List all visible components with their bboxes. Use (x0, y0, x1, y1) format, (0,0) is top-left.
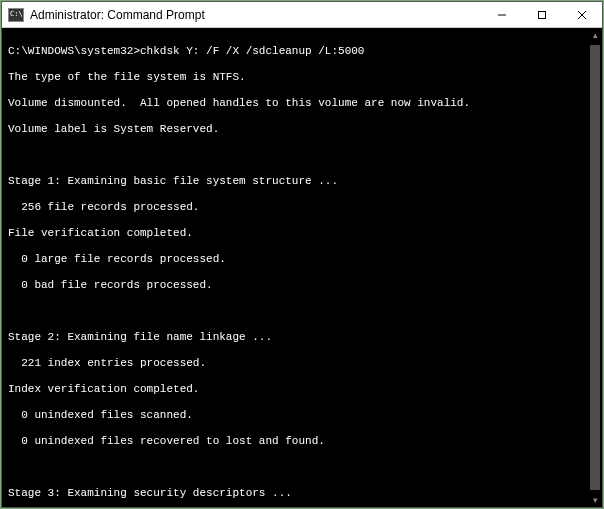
close-icon (577, 10, 587, 20)
output-line: 221 index entries processed. (8, 357, 582, 370)
output-line: File verification completed. (8, 227, 582, 240)
vertical-scrollbar[interactable]: ▴ ▾ (588, 28, 602, 507)
blank-line (8, 305, 582, 318)
output-line: 256 file records processed. (8, 201, 582, 214)
scrollbar-track[interactable] (588, 42, 602, 493)
output-line: 0 bad file records processed. (8, 279, 582, 292)
chevron-up-icon: ▴ (593, 30, 598, 40)
minimize-button[interactable] (482, 2, 522, 28)
maximize-button[interactable] (522, 2, 562, 28)
close-button[interactable] (562, 2, 602, 28)
cmd-icon (8, 8, 24, 22)
output-line: C:\WINDOWS\system32>chkdsk Y: /F /X /sdc… (8, 45, 582, 58)
output-line: Stage 1: Examining basic file system str… (8, 175, 582, 188)
output-line: Stage 3: Examining security descriptors … (8, 487, 582, 500)
blank-line (8, 149, 582, 162)
output-line: The type of the file system is NTFS. (8, 71, 582, 84)
scrollbar-thumb[interactable] (590, 45, 600, 490)
scroll-up-button[interactable]: ▴ (588, 28, 602, 42)
scroll-down-button[interactable]: ▾ (588, 493, 602, 507)
blank-line (8, 461, 582, 474)
output-line: 0 unindexed files recovered to lost and … (8, 435, 582, 448)
chevron-down-icon: ▾ (593, 495, 598, 505)
command-prompt-window: Administrator: Command Prompt C:\WINDOWS… (1, 1, 603, 508)
svg-rect-1 (539, 11, 546, 18)
console-area: C:\WINDOWS\system32>chkdsk Y: /F /X /sdc… (2, 28, 602, 507)
maximize-icon (537, 10, 547, 20)
titlebar[interactable]: Administrator: Command Prompt (2, 2, 602, 28)
output-line: Stage 2: Examining file name linkage ... (8, 331, 582, 344)
output-line: 0 unindexed files scanned. (8, 409, 582, 422)
window-title: Administrator: Command Prompt (30, 8, 482, 22)
window-controls (482, 2, 602, 28)
console-output[interactable]: C:\WINDOWS\system32>chkdsk Y: /F /X /sdc… (2, 28, 588, 507)
output-line: 0 large file records processed. (8, 253, 582, 266)
output-line: Index verification completed. (8, 383, 582, 396)
minimize-icon (497, 10, 507, 20)
output-line: Volume label is System Reserved. (8, 123, 582, 136)
output-line: Volume dismounted. All opened handles to… (8, 97, 582, 110)
